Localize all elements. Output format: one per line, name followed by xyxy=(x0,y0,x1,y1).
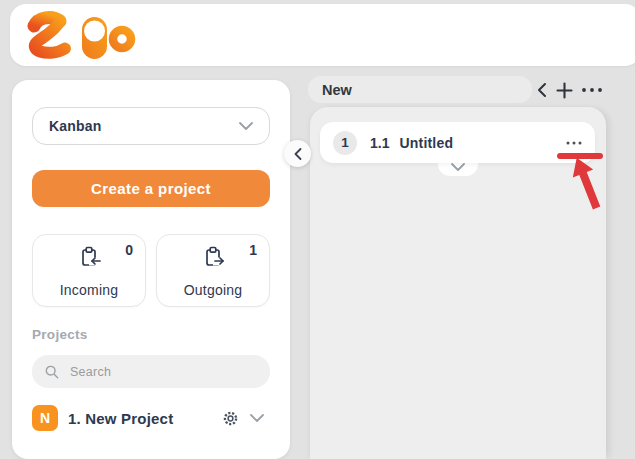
search-input[interactable] xyxy=(68,364,257,380)
chevron-down-icon xyxy=(451,163,465,171)
view-selector-value: Kanban xyxy=(49,118,102,134)
gear-icon[interactable] xyxy=(222,410,239,427)
plus-icon[interactable] xyxy=(556,82,573,99)
incoming-count: 0 xyxy=(125,242,133,258)
outgoing-count: 1 xyxy=(249,242,257,258)
clipboard-arrow-out-icon xyxy=(200,244,226,270)
outgoing-label: Outgoing xyxy=(157,282,269,298)
task-more-button[interactable] xyxy=(566,141,582,145)
clipboard-arrow-in-icon xyxy=(76,244,102,270)
column-title-field[interactable]: New xyxy=(308,76,532,103)
annotation-arrow-icon xyxy=(560,153,608,213)
app-screen: Kanban Create a project 0 Incoming 1 xyxy=(0,0,635,459)
projects-section-label: Projects xyxy=(32,327,270,342)
search-icon xyxy=(45,364,59,380)
ellipsis-icon xyxy=(566,141,582,145)
task-card[interactable]: 1 1.1 Untitled xyxy=(320,122,595,163)
view-selector-dropdown[interactable]: Kanban xyxy=(32,107,270,145)
incoming-card[interactable]: 0 Incoming xyxy=(32,234,146,307)
top-header-bar xyxy=(10,4,635,66)
column-title-text: New xyxy=(322,82,352,98)
task-title: Untitled xyxy=(399,135,566,151)
incoming-label: Incoming xyxy=(33,282,145,298)
zio-logo-icon xyxy=(10,4,150,66)
chevron-left-icon xyxy=(294,148,302,160)
project-avatar: N xyxy=(32,405,58,431)
sidebar-collapse-button[interactable] xyxy=(284,140,311,167)
sidebar: Kanban Create a project 0 Incoming 1 xyxy=(12,80,290,459)
project-list-item[interactable]: N 1. New Project xyxy=(32,405,270,431)
chevron-down-icon[interactable] xyxy=(250,414,264,422)
task-expand-tab[interactable] xyxy=(438,162,478,176)
chevron-down-icon xyxy=(239,122,253,130)
column-toolbar xyxy=(536,79,603,101)
search-bar xyxy=(32,355,270,388)
chevron-left-icon[interactable] xyxy=(536,82,548,98)
project-name: 1. New Project xyxy=(68,410,222,427)
stats-row: 0 Incoming 1 Out xyxy=(32,234,270,307)
task-number-badge: 1 xyxy=(333,131,357,155)
create-project-button[interactable]: Create a project xyxy=(32,170,270,207)
outgoing-card[interactable]: 1 Outgoing xyxy=(156,234,270,307)
ellipsis-icon[interactable] xyxy=(581,87,603,93)
task-code: 1.1 xyxy=(370,135,389,151)
